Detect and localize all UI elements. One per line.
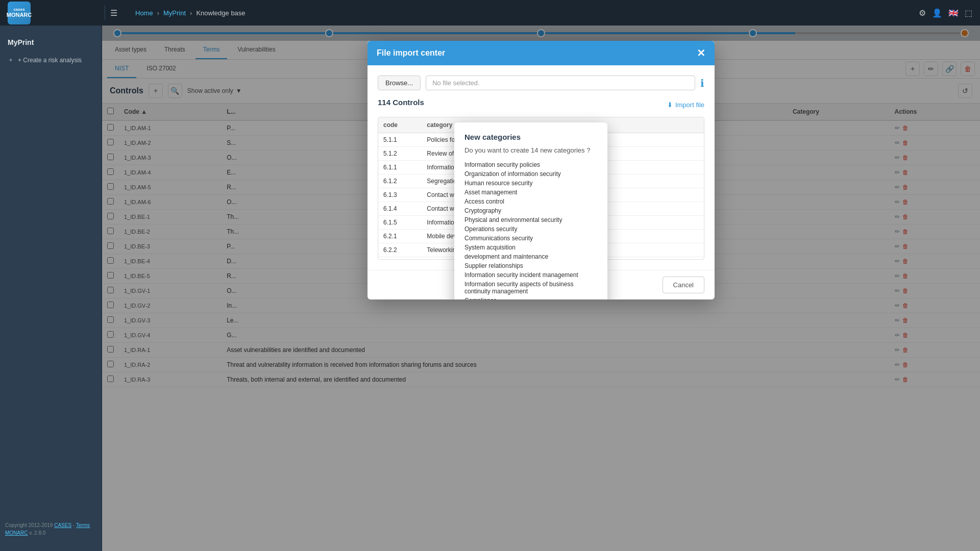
breadcrumb-sep-2: › <box>190 9 192 17</box>
import-row-code: 5.1.1 <box>378 133 422 147</box>
main-layout: MyPrint ＋ + Create a risk analysis Copyr… <box>0 26 980 551</box>
category-list-item: Physical and environmental security <box>464 215 597 224</box>
import-row-code: 6.2.2 <box>378 243 422 257</box>
modal-backdrop: File import center ✕ Browse... No file s… <box>102 26 980 551</box>
info-icon[interactable]: ℹ <box>700 77 704 89</box>
browse-button[interactable]: Browse... <box>378 76 421 90</box>
hamburger-icon[interactable]: ☰ <box>110 8 117 18</box>
import-row-code: 6.2.1 <box>378 230 422 243</box>
new-categories-title: New categories <box>464 133 597 141</box>
new-categories-question: Do you want to create 14 new categories … <box>464 146 597 154</box>
breadcrumb-current: Knowledge base <box>196 9 245 17</box>
settings-icon[interactable]: ⚙ <box>919 8 926 18</box>
logo-area: cases MONARC <box>8 2 100 24</box>
category-list-item: Information security aspects of business… <box>464 280 597 296</box>
category-list-item: Human resource security <box>464 179 597 188</box>
category-list-item: Asset management <box>464 188 597 197</box>
user-icon[interactable]: 👤 <box>932 8 942 18</box>
monarc-link[interactable]: MONARC <box>5 530 28 536</box>
version-number: v. 2.8.0 <box>29 530 45 536</box>
import-row-code: 6.1.5 <box>378 216 422 230</box>
controls-header-row: 114 Controls ⬇ Import file <box>378 98 704 112</box>
language-icon[interactable]: 🇬🇧 <box>948 8 959 18</box>
sidebar: MyPrint ＋ + Create a risk analysis Copyr… <box>0 26 102 551</box>
version-text: MONARC v. 2.8.0 <box>5 530 90 536</box>
create-btn-label: + Create a risk analysis <box>18 57 82 64</box>
import-row-code: 6.1.3 <box>378 188 422 202</box>
top-nav: cases MONARC ☰ Home › MyPrint › Knowledg… <box>0 0 980 26</box>
logo-cases: cases <box>7 8 32 12</box>
category-list-item: Operations security <box>464 224 597 234</box>
category-list-item: Information security incident management <box>464 270 597 280</box>
import-cancel-button[interactable]: Cancel <box>663 277 704 293</box>
sidebar-title: MyPrint <box>0 33 102 52</box>
category-list-item: Compliance <box>464 296 597 299</box>
file-import-modal-close[interactable]: ✕ <box>697 47 705 59</box>
new-categories-modal: New categories Do you want to create 14 … <box>454 122 607 299</box>
import-col-code: code <box>378 117 422 133</box>
import-row-code: 6.1.1 <box>378 161 422 174</box>
category-list-item: System acquisition <box>464 243 597 252</box>
import-row-code: 5.1.2 <box>378 147 422 161</box>
import-row-code: 6.1.2 <box>378 174 422 188</box>
file-placeholder: No file selected. <box>426 76 695 90</box>
file-import-modal-title: File import center <box>377 48 445 58</box>
breadcrumb-myprint[interactable]: MyPrint <box>163 9 186 17</box>
breadcrumb: Home › MyPrint › Knowledge base <box>125 9 919 17</box>
category-list: Information security policiesOrganizatio… <box>464 160 597 299</box>
breadcrumb-sep-1: › <box>157 9 159 17</box>
category-list-item: development and maintenance <box>464 252 597 261</box>
nav-divider <box>105 5 105 20</box>
main-content: Asset types Threats Terms Vulnerabilitie… <box>102 26 980 551</box>
nav-icons: ⚙ 👤 🇬🇧 ⬚ <box>919 8 972 18</box>
category-list-item: Information security policies <box>464 160 597 169</box>
terms-link[interactable]: Terms <box>76 522 90 528</box>
category-list-item: Access control <box>464 197 597 206</box>
import-row-code: 7.1.1 <box>378 257 422 260</box>
import-link-label: Import file <box>675 101 704 109</box>
category-list-item: Supplier relationships <box>464 261 597 270</box>
category-list-item: Organization of information security <box>464 169 597 179</box>
file-import-modal: File import center ✕ Browse... No file s… <box>368 41 715 299</box>
window-icon[interactable]: ⬚ <box>965 8 972 18</box>
create-risk-analysis-btn[interactable]: ＋ + Create a risk analysis <box>0 52 102 68</box>
category-list-item: Communications security <box>464 234 597 243</box>
plus-icon: ＋ <box>8 56 14 64</box>
import-file-link[interactable]: ⬇ Import file <box>667 101 704 109</box>
category-list-item: Cryptography <box>464 206 597 215</box>
cases-link[interactable]: CASES <box>54 522 71 528</box>
footer-text: Copyright 2012-2019 CASES - Terms <box>5 522 90 528</box>
app-logo: cases MONARC <box>8 2 31 24</box>
logo-monarc: MONARC <box>7 12 32 18</box>
import-row-code: 6.1.4 <box>378 202 422 216</box>
sidebar-footer: Copyright 2012-2019 CASES - Terms MONARC… <box>5 522 90 536</box>
file-input-row: Browse... No file selected. ℹ <box>378 76 704 90</box>
breadcrumb-home[interactable]: Home <box>135 9 153 17</box>
file-import-modal-header: File import center ✕ <box>368 41 715 65</box>
download-icon: ⬇ <box>667 101 673 109</box>
controls-count: 114 Controls <box>378 98 424 107</box>
